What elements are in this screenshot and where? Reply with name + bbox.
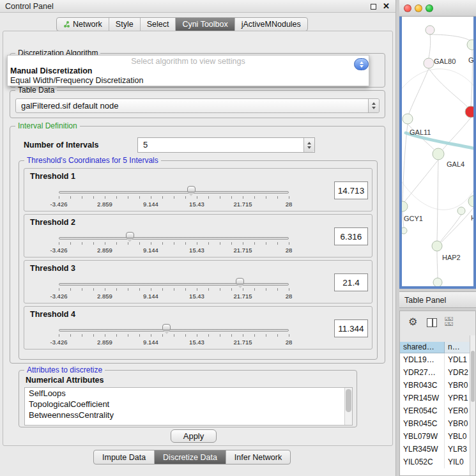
scrollbar-thumb[interactable] — [471, 351, 475, 402]
table-row[interactable]: YER054CYER0 — [400, 404, 470, 417]
network-node[interactable] — [402, 227, 407, 234]
slider-thumb[interactable] — [162, 324, 171, 330]
spinner-stepper[interactable] — [303, 138, 314, 152]
close-icon[interactable]: ✕ — [383, 1, 390, 11]
tab-discretize-data[interactable]: Discretize Data — [155, 450, 226, 464]
zoom-traffic-light[interactable] — [426, 4, 433, 12]
network-node[interactable] — [426, 26, 434, 35]
cell-shared-name[interactable]: YBR043C — [400, 379, 445, 392]
threshold-slider[interactable]: -3.4262.8599.14415.4321.71528 — [59, 278, 289, 302]
minimize-traffic-light[interactable] — [415, 4, 422, 12]
network-node[interactable] — [424, 58, 434, 68]
columns-icon[interactable] — [427, 318, 437, 327]
number-of-intervals-spinner[interactable]: 5 — [137, 137, 315, 153]
cell-shared-name[interactable]: YPR145W — [400, 392, 445, 404]
attributes-list[interactable]: SelfLoopsTopologicalCoefficientBetweenne… — [24, 387, 353, 426]
threshold-value[interactable]: 14.713 — [334, 181, 368, 199]
popup-item-manual-discretization[interactable]: Manual Discretization — [8, 66, 369, 76]
scrollbar-thumb[interactable] — [346, 389, 351, 412]
table-row[interactable]: YPR145WYPR1 — [400, 392, 470, 404]
cell-name[interactable]: YER0 — [445, 404, 470, 417]
slider-thumb[interactable] — [236, 278, 244, 284]
table-scrollbar[interactable] — [470, 335, 475, 475]
cell-name[interactable]: YDR2 — [445, 366, 470, 379]
threshold-slider[interactable]: -3.4262.8599.14415.4321.71528 — [59, 324, 289, 348]
threshold-slider[interactable]: -3.4262.8599.14415.4321.71528 — [59, 186, 289, 210]
threshold-value[interactable]: 11.344 — [334, 319, 368, 337]
tab-jactivemnodules[interactable]: jActiveMNodules — [235, 18, 307, 31]
select-columns-icon[interactable]: ☑☑ ☑☑ — [445, 317, 452, 327]
cell-name[interactable]: YIL0 — [445, 456, 470, 468]
combo-stepper[interactable] — [368, 99, 379, 112]
slider-track[interactable] — [59, 191, 289, 194]
threshold-value[interactable]: 21.4 — [334, 273, 368, 291]
column-header-name[interactable]: n… — [445, 342, 470, 353]
table-panel-header[interactable]: Table Panel — [399, 291, 476, 308]
cell-name[interactable]: YBR0 — [445, 417, 470, 430]
close-traffic-light[interactable] — [404, 4, 411, 12]
tab-infer-network[interactable]: Infer Network — [226, 450, 290, 464]
tab-cyni-toolbox[interactable]: Cyni Toolbox — [176, 18, 234, 31]
column-header-shared-name[interactable]: shared… — [400, 342, 445, 353]
table-row[interactable]: YIL052CYIL0 — [400, 456, 470, 468]
tab-select[interactable]: Select — [141, 18, 176, 31]
slider-track[interactable] — [59, 237, 289, 240]
float-window-icon[interactable] — [371, 4, 376, 10]
algorithm-combo-stepper[interactable] — [354, 58, 369, 70]
tab-label: Cyni Toolbox — [182, 20, 227, 29]
table-row[interactable]: YBR045CYBR0 — [400, 417, 470, 430]
network-node[interactable] — [465, 106, 473, 118]
cell-name[interactable]: YBR0 — [445, 379, 470, 392]
algorithm-dropdown-popup: Select algorithm to view settings Manual… — [7, 55, 369, 86]
table-row[interactable]: YBL079WYBL0 — [400, 430, 470, 443]
list-item[interactable]: TopologicalCoefficient — [25, 399, 352, 410]
cell-shared-name[interactable]: YLR345W — [400, 443, 445, 456]
cell-name[interactable]: YPR1 — [445, 392, 470, 404]
table-row[interactable]: YDL19…YDL1 — [400, 353, 470, 366]
list-item[interactable]: BetweennessCentrality — [25, 410, 352, 420]
cell-shared-name[interactable]: YDR27… — [400, 366, 445, 379]
cell-shared-name[interactable]: YDL19… — [400, 353, 445, 366]
table-row[interactable]: YBR043CYBR0 — [400, 379, 470, 392]
network-node[interactable] — [403, 114, 413, 124]
cell-shared-name[interactable]: YBR045C — [400, 417, 445, 430]
tab-network[interactable]: Network — [57, 18, 109, 31]
threshold-value[interactable]: 6.316 — [334, 227, 368, 245]
slider-thumb[interactable] — [187, 186, 196, 192]
table-data-combobox[interactable]: galFiltered.sif default node — [15, 98, 380, 113]
group-title: Interval Definition — [15, 121, 80, 130]
network-view-window: GAL80GAGAL11GAL4GCY1HAP2H — [399, 0, 476, 289]
cell-name[interactable]: YDL1 — [445, 353, 470, 366]
cell-name[interactable]: YLR3 — [445, 443, 470, 456]
popup-item-equal-width[interactable]: Equal Width/Frequency Discretization — [8, 76, 369, 86]
group-title: Attributes to discretize — [24, 365, 105, 374]
slider-track[interactable] — [59, 283, 289, 286]
attributes-group: Attributes to discretize Numerical Attri… — [19, 370, 357, 427]
threshold-label: Threshold 3 — [30, 264, 75, 273]
cell-name[interactable]: YBL0 — [445, 430, 470, 443]
network-node[interactable] — [457, 207, 465, 215]
slider-thumb[interactable] — [126, 232, 134, 238]
gear-icon[interactable]: ⚙ — [408, 316, 417, 328]
cell-shared-name[interactable]: YIL052C — [400, 456, 445, 468]
cell-shared-name[interactable]: YER054C — [400, 404, 445, 417]
tab-style[interactable]: Style — [109, 18, 141, 31]
network-node[interactable] — [433, 148, 444, 160]
slider-scale: -3.4262.8599.14415.4321.71528 — [59, 339, 289, 346]
up-arrow-icon — [360, 61, 364, 64]
table-row[interactable]: YDR27…YDR2 — [400, 366, 470, 379]
list-item[interactable]: SelfLoops — [25, 388, 352, 399]
slider-track[interactable] — [59, 329, 289, 332]
network-node[interactable] — [433, 278, 442, 286]
network-node[interactable] — [432, 241, 442, 251]
apply-button[interactable]: Apply — [171, 429, 217, 443]
threshold-slider[interactable]: -3.4262.8599.14415.4321.71528 — [59, 232, 289, 256]
down-arrow-icon — [307, 146, 311, 149]
network-node[interactable] — [402, 201, 408, 211]
network-canvas[interactable]: GAL80GAGAL11GAL4GCY1HAP2H — [402, 17, 473, 286]
cell-shared-name[interactable]: YBL079W — [400, 430, 445, 443]
tab-impute-data[interactable]: Impute Data — [94, 450, 155, 464]
table-row[interactable]: YLR345WYLR3 — [400, 443, 470, 456]
attributes-scrollbar[interactable] — [344, 388, 352, 425]
network-node[interactable] — [467, 40, 473, 50]
